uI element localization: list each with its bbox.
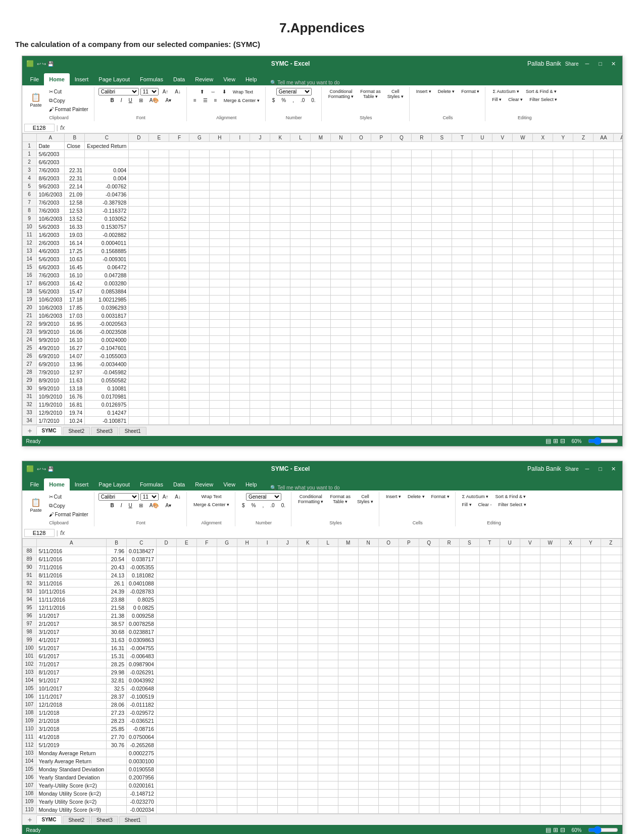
cell-B[interactable]: 14.07 bbox=[65, 352, 85, 360]
tell-me-1[interactable]: 🔍 Tell me what you want to do bbox=[262, 80, 619, 85]
restore-btn-1[interactable]: □ bbox=[596, 59, 605, 68]
cell-A[interactable]: 7/9/2010 bbox=[36, 368, 65, 376]
cell-C[interactable]: 0.004 bbox=[85, 166, 129, 174]
comma-btn-2[interactable]: , bbox=[260, 502, 267, 509]
cell-C[interactable]: -0.387928 bbox=[85, 199, 129, 207]
cell-B[interactable]: 11.63 bbox=[65, 376, 85, 384]
cell-A[interactable]: 4/1/2017 bbox=[36, 636, 107, 644]
col-P-2[interactable]: P bbox=[399, 539, 419, 547]
cell-C[interactable]: -0.023270 bbox=[127, 798, 157, 806]
cell-C[interactable]: 0 0.0825 bbox=[127, 604, 157, 612]
wrap-text-btn-1[interactable]: Wrap Text bbox=[230, 88, 256, 95]
col-H-2[interactable]: H bbox=[237, 539, 257, 547]
col-K-2[interactable]: K bbox=[298, 539, 318, 547]
cell-B[interactable]: 28.25 bbox=[107, 660, 127, 668]
sheet-tab-Sheet3-2[interactable]: Sheet3 bbox=[91, 816, 118, 824]
layout-view-icon-2[interactable]: ⊞ bbox=[553, 826, 558, 833]
cut-button-1[interactable]: ✂ Cut bbox=[46, 88, 91, 95]
cell-A[interactable]: 3/11/2016 bbox=[36, 579, 107, 587]
cell-C[interactable]: -0.009301 bbox=[85, 255, 129, 263]
cell-A[interactable]: 12/11/2016 bbox=[36, 604, 107, 612]
col-header-O-1[interactable]: O bbox=[351, 134, 371, 142]
cell-C[interactable] bbox=[85, 150, 129, 158]
tab-file-2[interactable]: File bbox=[25, 478, 44, 490]
cell-A[interactable]: Yearly Average Return bbox=[36, 757, 107, 765]
cell-B[interactable]: 16.10 bbox=[65, 271, 85, 279]
sheet-tab-Sheet1-1[interactable]: Sheet1 bbox=[119, 427, 146, 435]
cell-A[interactable]: 12/9/2010 bbox=[36, 409, 65, 417]
cell-C[interactable]: -0.1047601 bbox=[85, 344, 129, 352]
col-O-2[interactable]: O bbox=[378, 539, 399, 547]
italic-btn-2[interactable]: I bbox=[118, 502, 125, 509]
cell-B[interactable]: 12.53 bbox=[65, 207, 85, 215]
cell-B[interactable]: 16.76 bbox=[65, 393, 85, 401]
minimize-btn-2[interactable]: ─ bbox=[583, 464, 592, 473]
cell-C[interactable]: 0.0750064 bbox=[127, 733, 157, 741]
col-header-U-1[interactable]: U bbox=[472, 134, 492, 142]
conditional-format-btn-1[interactable]: ConditionalFormatting ▾ bbox=[326, 88, 357, 100]
cell-A[interactable]: 10/6/2003 bbox=[36, 296, 65, 304]
cell-B[interactable]: 24.39 bbox=[107, 587, 127, 596]
cell-B[interactable]: 16.14 bbox=[65, 239, 85, 247]
cell-A[interactable]: Yearly Utility Score (k=2) bbox=[36, 798, 107, 806]
cell-A[interactable]: Monday Utility Score (k=2) bbox=[36, 790, 107, 798]
tab-help-1[interactable]: Help bbox=[240, 73, 262, 85]
cell-C[interactable]: 0.1568885 bbox=[85, 247, 129, 255]
cell-C[interactable]: -0.036521 bbox=[127, 717, 157, 725]
share-btn-1[interactable]: Share bbox=[565, 61, 579, 67]
cell-A[interactable]: Monday Average Return bbox=[36, 749, 107, 757]
cell-B[interactable]: 12.97 bbox=[65, 368, 85, 376]
comma-btn-1[interactable]: , bbox=[290, 96, 296, 104]
conditional-format-btn-2[interactable]: ConditionalFormatting ▾ bbox=[295, 493, 326, 505]
col-header-N-1[interactable]: N bbox=[331, 134, 351, 142]
cell-B[interactable] bbox=[107, 798, 127, 806]
cell-A[interactable]: Yearly-Utility Score (k=2) bbox=[36, 781, 107, 790]
paste-button-2[interactable]: 📋 Paste bbox=[27, 493, 45, 518]
cell-B[interactable]: 23.88 bbox=[107, 596, 127, 604]
filter-btn-1[interactable]: Filter Select ▾ bbox=[527, 96, 560, 103]
restore-btn-2[interactable]: □ bbox=[596, 464, 605, 473]
tab-formulas-1[interactable]: Formulas bbox=[135, 73, 168, 85]
insert-cells-btn-2[interactable]: Insert ▾ bbox=[383, 493, 404, 500]
cell-A[interactable]: 4/6/2003 bbox=[36, 247, 65, 255]
align-top-btn-1[interactable]: ⬆ bbox=[197, 88, 207, 95]
cell-B[interactable]: 10.24 bbox=[65, 417, 85, 425]
cell-A[interactable]: 12/1/2018 bbox=[36, 701, 107, 709]
cell-B[interactable]: 24.13 bbox=[107, 571, 127, 579]
col-Y-2[interactable]: Y bbox=[580, 539, 601, 547]
font-name-select-2[interactable]: Calibri bbox=[98, 493, 139, 501]
cell-C[interactable]: 0.0170981 bbox=[85, 393, 129, 401]
cell-A[interactable]: 5/6/2003 bbox=[36, 223, 65, 231]
cell-ref-input-2[interactable] bbox=[24, 529, 55, 537]
col-F-2[interactable]: F bbox=[196, 539, 217, 547]
col-A-2[interactable]: A bbox=[36, 539, 107, 547]
cell-B[interactable]: 19.03 bbox=[65, 231, 85, 239]
cell-A[interactable]: 7/1/2017 bbox=[36, 660, 107, 668]
col-header-A-1[interactable]: A bbox=[36, 134, 65, 142]
cell-A[interactable]: 10/6/2003 bbox=[36, 304, 65, 312]
sheet-tab-Sheet3-1[interactable]: Sheet3 bbox=[91, 427, 118, 435]
col-header-L-1[interactable]: L bbox=[290, 134, 311, 142]
add-sheet-btn-2[interactable]: ＋ bbox=[24, 815, 35, 824]
cell-C[interactable]: -0.045982 bbox=[85, 368, 129, 376]
col-header-W-1[interactable]: W bbox=[513, 134, 533, 142]
col-T-2[interactable]: T bbox=[479, 539, 500, 547]
cell-B[interactable]: 16.33 bbox=[65, 223, 85, 231]
cell-C1[interactable]: Expected Return bbox=[85, 142, 129, 150]
cell-B[interactable]: 21.38 bbox=[107, 612, 127, 620]
cell-C[interactable]: 0.06472 bbox=[85, 263, 129, 271]
cell-A[interactable]: 11/11/2016 bbox=[36, 596, 107, 604]
page-break-icon-1[interactable]: ⊟ bbox=[560, 437, 565, 445]
cell-ref-input-1[interactable] bbox=[24, 124, 55, 132]
cut-button-2[interactable]: ✂ Cut bbox=[46, 493, 91, 501]
cell-B[interactable]: 17.18 bbox=[65, 296, 85, 304]
cell-C[interactable]: 0.0002275 bbox=[127, 749, 157, 757]
col-header-Y-1[interactable]: Y bbox=[553, 134, 573, 142]
format-cells-btn-2[interactable]: Format ▾ bbox=[429, 493, 452, 500]
col-W-2[interactable]: W bbox=[540, 539, 560, 547]
copy-button-2[interactable]: ⧉ Copy bbox=[46, 502, 91, 510]
cell-B[interactable]: 27.70 bbox=[107, 733, 127, 741]
cell-C[interactable]: -0.002882 bbox=[85, 231, 129, 239]
cell-C[interactable]: 0.009258 bbox=[127, 612, 157, 620]
cell-C[interactable]: -0.0020563 bbox=[85, 320, 129, 328]
